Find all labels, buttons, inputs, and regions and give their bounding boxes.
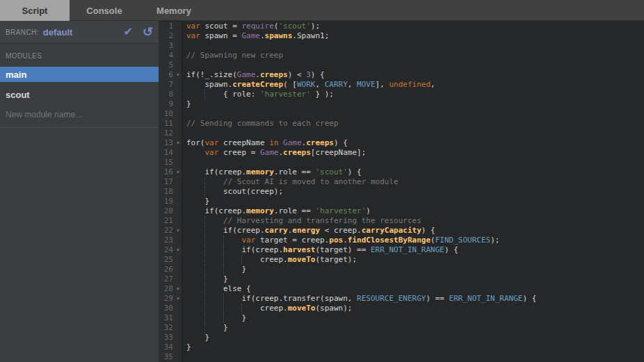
code-text: var spawn = Game.spawns.Spawn1; [182, 31, 644, 41]
line-number: 5 [159, 60, 175, 70]
tab-memory[interactable]: Memory [139, 0, 209, 21]
code-line[interactable]: 25 creep.moveTo(target); [159, 255, 644, 265]
fold-spacer [175, 216, 182, 226]
fold-arrow-icon[interactable]: ▾ [175, 70, 182, 80]
fold-spacer [175, 313, 182, 323]
gutter: 2 [159, 31, 182, 41]
code-line[interactable]: 20 if(creep.memory.role == 'harvester') [159, 206, 644, 216]
line-number: 9 [159, 99, 175, 109]
gutter: 30 [159, 304, 182, 313]
restore-icon[interactable]: ↺ [143, 26, 153, 38]
indent-guide [204, 284, 205, 294]
code-line[interactable]: 13▾for(var creepName in Game.creeps) { [159, 138, 644, 148]
code-line[interactable]: 32 } [159, 323, 644, 333]
gutter: 1 [159, 22, 182, 31]
indent-guide [204, 323, 205, 333]
gutter: 15 [159, 158, 182, 167]
fold-arrow-icon[interactable]: ▾ [175, 138, 182, 148]
code-line[interactable]: 27 } [159, 274, 644, 284]
code-line[interactable]: 3 [159, 41, 644, 51]
code-text: } [182, 197, 644, 206]
code-line[interactable]: 29▾ if(creep.transfer(spawn, RESOURCE_EN… [159, 294, 644, 304]
code-line[interactable]: 5 [159, 60, 644, 70]
tab-console[interactable]: Console [70, 0, 139, 21]
code-line[interactable]: 19 } [159, 197, 644, 206]
line-number: 15 [159, 158, 175, 167]
code-line[interactable]: 35 [159, 352, 644, 362]
code-line[interactable]: 17 // Scout AI is moved to another modul… [159, 177, 644, 187]
sidebar: BRANCH: default ✔ ↺ MODULES mainscout [0, 21, 159, 362]
indent-guide [204, 177, 205, 187]
code-line[interactable]: 16▾ if(creep.memory.role == 'scout') { [159, 167, 644, 177]
code-area[interactable]: 1var scout = require('scout');2var spawn… [159, 21, 644, 362]
code-text: // Spawning new creep [182, 51, 644, 60]
code-text: spawn.createCreep( [WORK, CARRY, MOVE], … [182, 80, 644, 90]
code-line[interactable]: 26 } [159, 265, 644, 274]
fold-arrow-icon[interactable]: ▾ [175, 226, 182, 236]
code-line[interactable]: 12 [159, 129, 644, 138]
fold-spacer [175, 80, 182, 90]
module-item-main[interactable]: main [0, 67, 159, 82]
code-line[interactable]: 10 [159, 109, 644, 119]
fold-spacer [175, 236, 182, 245]
code-line[interactable]: 34} [159, 343, 644, 352]
fold-spacer [175, 60, 182, 70]
indent-guide [204, 294, 205, 304]
code-text: } [182, 99, 644, 109]
indent-guide [223, 265, 224, 274]
sidebar-divider [0, 127, 159, 128]
tab-script[interactable]: Script [0, 0, 70, 21]
line-number: 13 [159, 138, 175, 148]
branch-selector[interactable]: default [43, 27, 114, 38]
line-number: 8 [159, 90, 175, 99]
code-line[interactable]: 31 } [159, 313, 644, 323]
code-line[interactable]: 22▾ if(creep.carry.energy < creep.carryC… [159, 226, 644, 236]
code-line[interactable]: 7 spawn.createCreep( [WORK, CARRY, MOVE]… [159, 80, 644, 90]
fold-spacer [175, 148, 182, 158]
code-line[interactable]: 9} [159, 99, 644, 109]
code-text: // Sending commands to each creep [182, 119, 644, 129]
code-text: scout(creep); [182, 187, 644, 197]
check-icon[interactable]: ✔ [124, 26, 133, 38]
code-line[interactable]: 15 [159, 158, 644, 167]
code-text: for(var creepName in Game.creeps) { [182, 138, 644, 148]
fold-arrow-icon[interactable]: ▾ [175, 294, 182, 304]
fold-spacer [175, 119, 182, 129]
fold-arrow-icon[interactable]: ▾ [175, 245, 182, 255]
fold-arrow-icon[interactable]: ▾ [175, 167, 182, 177]
code-line[interactable]: 24▾ if(creep.harvest(target) == ERR_NOT_… [159, 245, 644, 255]
line-number: 33 [159, 333, 175, 343]
fold-spacer [175, 274, 182, 284]
fold-spacer [175, 265, 182, 274]
code-line[interactable]: 30 creep.moveTo(spawn); [159, 304, 644, 313]
fold-spacer [175, 333, 182, 343]
gutter: 10 [159, 109, 182, 119]
code-line[interactable]: 14 var creep = Game.creeps[creepName]; [159, 148, 644, 158]
code-line[interactable]: 4// Spawning new creep [159, 51, 644, 60]
code-line[interactable]: 8 { role: 'harvester' } ); [159, 90, 644, 99]
code-line[interactable]: 21 // Harvesting and transfering the res… [159, 216, 644, 226]
code-line[interactable]: 23 var target = creep.pos.findClosestByR… [159, 236, 644, 245]
line-number: 27 [159, 274, 175, 284]
line-number: 19 [159, 197, 175, 206]
line-number: 30 [159, 304, 175, 313]
code-text: } [182, 274, 644, 284]
fold-spacer [175, 187, 182, 197]
new-module-input[interactable] [6, 110, 153, 120]
line-number: 4 [159, 51, 175, 60]
code-line[interactable]: 6▾if(!_.size(Game.creeps) < 3) { [159, 70, 644, 80]
line-number: 24 [159, 245, 175, 255]
fold-spacer [175, 22, 182, 31]
code-line[interactable]: 28▾ else { [159, 284, 644, 294]
module-item-scout[interactable]: scout [0, 87, 159, 102]
code-line[interactable]: 18 scout(creep); [159, 187, 644, 197]
code-line[interactable]: 11// Sending commands to each creep [159, 119, 644, 129]
code-line[interactable]: 2var spawn = Game.spawns.Spawn1; [159, 31, 644, 41]
code-line[interactable]: 33 } [159, 333, 644, 343]
gutter: 26 [159, 265, 182, 274]
fold-arrow-icon[interactable]: ▾ [175, 284, 182, 294]
code-line[interactable]: 1var scout = require('scout'); [159, 22, 644, 31]
line-number: 17 [159, 177, 175, 187]
tab-bar: ScriptConsoleMemory [0, 0, 644, 21]
fold-spacer [175, 197, 182, 206]
